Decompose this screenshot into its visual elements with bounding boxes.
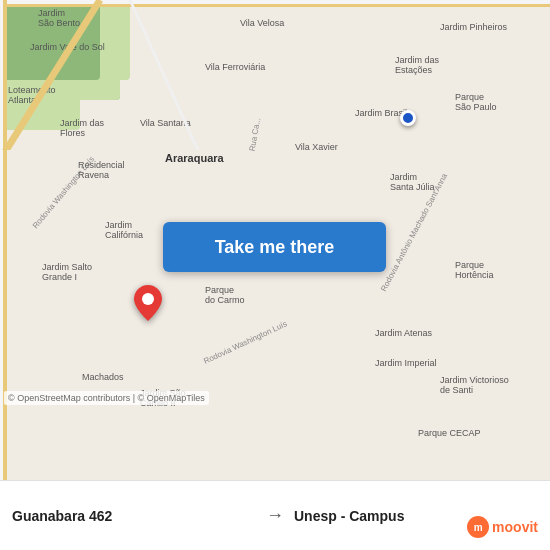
moovit-icon: m (467, 516, 489, 538)
bottom-bar: Guanabara 462 → Unesp - Campus m moovit (0, 480, 550, 550)
origin-marker (134, 285, 162, 325)
destination-marker (400, 110, 416, 126)
take-me-there-button[interactable]: Take me there (163, 222, 386, 272)
moovit-logo: m moovit (467, 516, 538, 538)
route-from-label: Guanabara 462 (12, 508, 256, 524)
park-bottom (0, 0, 100, 80)
route-arrow-icon: → (266, 505, 284, 526)
road-h8 (0, 0, 550, 3)
map-container: JardimSão Bento Jardim Vale do Sol Lotea… (0, 0, 550, 480)
svg-point-6 (142, 293, 154, 305)
copyright-text: © OpenStreetMap contributors | © OpenMap… (4, 391, 209, 405)
moovit-brand-text: moovit (492, 519, 538, 535)
road-v10 (0, 0, 3, 480)
